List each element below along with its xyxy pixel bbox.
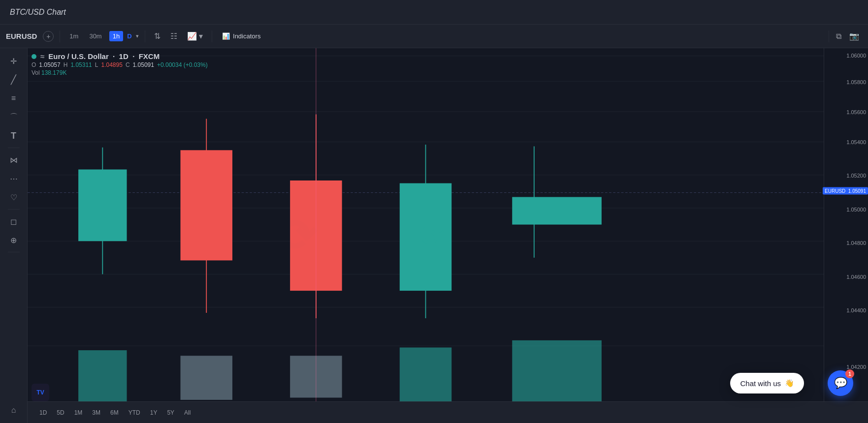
high-value: 1.05311 <box>70 61 92 68</box>
chart-pair-title: ≈ Euro / U.S. Dollar · 1D · FXCM <box>32 52 208 60</box>
svg-rect-13 <box>78 350 127 402</box>
text-lines-tool[interactable]: ≡ <box>5 90 23 107</box>
chart-canvas-area[interactable]: ⟳ ⟳ ⟳ <box>28 48 824 423</box>
add-symbol-button[interactable]: + <box>43 31 54 42</box>
main-area: ✛ ╱ ≡ ⌒ T ⋈ ⋯ ♡ ◻ ⊕ ⌂ ⟳ ⟳ ⟳ <box>0 48 868 423</box>
toolbar-right-actions: ⧉ 📷 <box>827 30 862 43</box>
candlestick-chart <box>28 48 824 423</box>
chart-full-name: Euro / U.S. Dollar · 1D · FXCM <box>48 52 160 60</box>
bottom-period-bar: 1D 5D 1M 3M 6M YTD 1Y 5Y All <box>28 401 868 423</box>
trend-line-tool[interactable]: ╱ <box>5 71 23 89</box>
indicators-button[interactable]: 📊 Indicators <box>218 30 264 42</box>
chart-type-button[interactable]: ☷ <box>167 30 180 43</box>
svg-rect-25 <box>512 340 602 405</box>
chat-icon: 💬 <box>834 377 847 390</box>
price-level-8: 1.04600 <box>846 274 866 280</box>
period-5d[interactable]: 5D <box>53 408 68 418</box>
close-value: 1.05091 <box>133 61 154 68</box>
timeframe-1m[interactable]: 1m <box>66 31 82 41</box>
price-level-9: 1.04400 <box>846 307 866 313</box>
toolbar-separator-3 <box>212 30 212 42</box>
period-all[interactable]: All <box>180 408 194 418</box>
price-level-4: 1.05400 <box>846 139 866 145</box>
price-level-2: 1.05800 <box>846 79 866 85</box>
zoom-tool[interactable]: ⊕ <box>5 231 23 249</box>
period-1d[interactable]: 1D <box>35 408 51 418</box>
ohlc-row: O 1.05057 H 1.05311 L 1.04895 C 1.05091 … <box>32 61 208 68</box>
left-toolbar: ✛ ╱ ≡ ⌒ T ⋈ ⋯ ♡ ◻ ⊕ ⌂ <box>0 48 28 423</box>
chat-bubble-button[interactable]: 💬 1 <box>828 370 853 396</box>
svg-rect-22 <box>400 347 451 405</box>
curve-tool[interactable]: ⌒ <box>5 108 23 126</box>
indicators-label: Indicators <box>233 32 260 40</box>
favorites-tool[interactable]: ♡ <box>5 188 23 206</box>
period-dropdown-arrow[interactable]: ▾ <box>136 33 139 39</box>
pattern-tool[interactable]: ⋈ <box>5 151 23 169</box>
chart-and-scale: ⟳ ⟳ ⟳ <box>28 48 868 423</box>
text-tool[interactable]: T <box>5 127 23 145</box>
screenshot-button[interactable]: 📷 <box>846 30 862 43</box>
period-6m[interactable]: 6M <box>106 408 123 418</box>
compare-button[interactable]: ⇅ <box>151 30 163 43</box>
title-bar: BTC/USD Chart <box>0 0 868 25</box>
svg-rect-12 <box>78 170 127 242</box>
current-price-badge: EURUSD 1.05091 <box>823 187 868 194</box>
measure-tool[interactable]: ⋯ <box>5 170 23 187</box>
external-link-button[interactable]: ⧉ <box>833 30 844 43</box>
low-value: 1.04895 <box>101 61 122 68</box>
price-level-5: 1.05200 <box>846 173 866 179</box>
period-ytd[interactable]: YTD <box>125 408 144 418</box>
chart-style-dropdown[interactable]: 📈 ▾ <box>184 30 206 43</box>
chart-container: ⟳ ⟳ ⟳ <box>28 48 868 423</box>
indicators-chart-icon: 📊 <box>222 32 230 40</box>
period-1m[interactable]: 1M <box>70 408 87 418</box>
period-1y[interactable]: 1Y <box>146 408 161 418</box>
left-toolbar-sep-2 <box>8 209 20 210</box>
toolbar-separator-4 <box>829 30 829 42</box>
period-label: D <box>127 32 131 40</box>
price-level-10: 1.04200 <box>846 364 866 370</box>
price-level-6: 1.05000 <box>846 207 866 212</box>
svg-rect-21 <box>400 183 451 291</box>
price-level-3: 1.05600 <box>846 109 866 115</box>
crosshair-tool[interactable]: ✛ <box>5 52 23 70</box>
timeframe-1h[interactable]: 1h <box>109 31 123 41</box>
volume-row: Vol 138.179K <box>32 69 208 76</box>
left-toolbar-sep-3 <box>8 252 20 252</box>
chart-pair-dot <box>32 54 36 59</box>
symbol-label: EURUSD <box>6 32 37 40</box>
tradingview-logo: TV <box>32 384 49 401</box>
volume-value: 138.179K <box>41 69 66 76</box>
price-level-1: 1.06000 <box>846 53 866 59</box>
notification-badge: 1 <box>845 369 854 378</box>
svg-rect-15 <box>181 150 232 260</box>
top-toolbar: EURUSD + 1m 30m 1h D ▾ ⇅ ☷ 📈 ▾ 📊 Indicat… <box>0 25 868 48</box>
left-toolbar-sep-1 <box>8 148 20 148</box>
price-level-7: 1.04800 <box>846 240 866 246</box>
timeframe-30m[interactable]: 30m <box>86 31 105 41</box>
toolbar-separator-2 <box>145 30 145 42</box>
page-title: BTC/USD Chart <box>10 8 66 17</box>
svg-rect-24 <box>512 197 602 225</box>
home-tool[interactable]: ⌂ <box>5 401 23 419</box>
chat-widget-label: Chat with us <box>740 379 781 388</box>
ruler-tool[interactable]: ◻ <box>5 212 23 230</box>
svg-rect-16 <box>181 356 232 400</box>
chart-info-overlay: ≈ Euro / U.S. Dollar · 1D · FXCM O 1.050… <box>32 52 208 76</box>
open-value: 1.05057 <box>39 61 60 68</box>
change-value: +0.00034 (+0.03%) <box>157 61 208 68</box>
price-scale: 1.06000 1.05800 1.05600 1.05400 1.05200 … <box>824 48 868 423</box>
toolbar-separator-1 <box>60 30 60 42</box>
chat-widget[interactable]: Chat with us 👋 <box>730 373 804 393</box>
chat-widget-emoji: 👋 <box>785 379 794 388</box>
period-3m[interactable]: 3M <box>88 408 104 418</box>
period-5y[interactable]: 5Y <box>163 408 178 418</box>
